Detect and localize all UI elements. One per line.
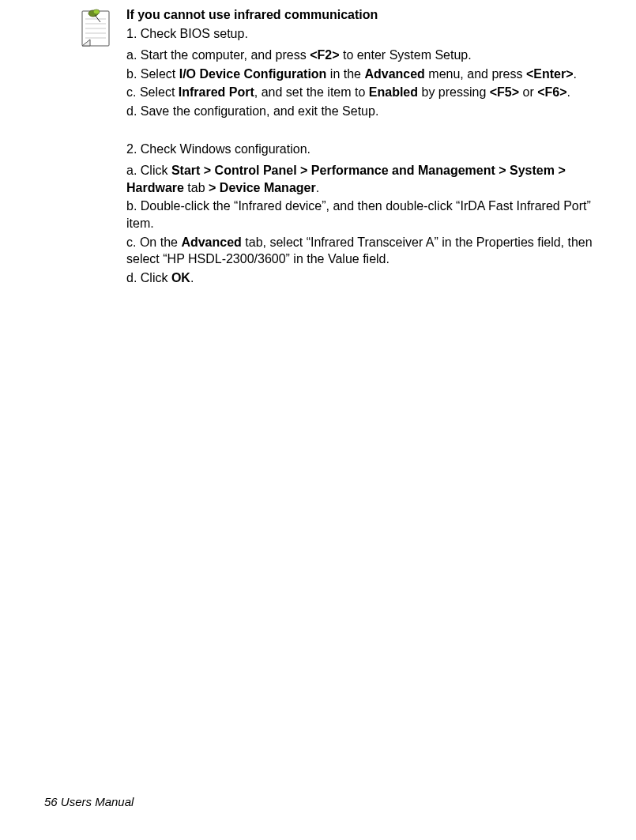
step-2a: a. Click Start > Control Panel > Perform… <box>126 162 612 196</box>
text: a. Start the computer, and press <box>126 48 310 62</box>
text: tab <box>184 181 209 194</box>
text: b. Select <box>126 67 179 81</box>
step-1c: c. Select Infrared Port, and set the ite… <box>126 84 612 101</box>
enabled: Enabled <box>369 85 418 99</box>
notepad-icon <box>79 8 114 52</box>
ok-button-text: OK <box>171 271 190 284</box>
text: in the <box>326 67 364 81</box>
device-manager: > Device Manager <box>209 181 316 194</box>
text: , and set the item to <box>254 85 369 99</box>
step-2d: d. Click OK. <box>126 269 612 287</box>
key-enter: <Enter> <box>526 67 574 81</box>
advanced-menu: Advanced <box>364 67 424 81</box>
text: c. Select <box>126 85 179 99</box>
text: . <box>316 181 319 194</box>
text: . <box>574 67 577 81</box>
step-2b: b. Double-click the “Infrared device”, a… <box>126 198 612 232</box>
step-1d: d. Save the configuration, and exit the … <box>126 103 612 120</box>
page-footer: 56 Users Manual <box>44 794 134 810</box>
step-2c: c. On the Advanced tab, select “Infrared… <box>126 234 612 268</box>
step-1a: a. Start the computer, and press <F2> to… <box>126 47 612 64</box>
text: . <box>567 85 570 99</box>
svg-point-7 <box>93 9 100 14</box>
text: by pressing <box>418 85 490 99</box>
text: c. On the <box>126 235 181 249</box>
io-device-config: I/O Device Configuration <box>179 67 327 81</box>
text: or <box>519 85 537 99</box>
key-f6: <F6> <box>537 85 566 99</box>
key-f5: <F5> <box>490 85 519 99</box>
step-2-title: 2. Check Windows configuration. <box>126 141 612 158</box>
advanced-tab: Advanced <box>181 235 241 249</box>
step-1b: b. Select I/O Device Configuration in th… <box>126 66 612 83</box>
section-heading: If you cannot use infrared communication <box>126 6 612 24</box>
key-f2: <F2> <box>310 48 339 62</box>
infrared-port: Infrared Port <box>179 85 254 99</box>
text-column: If you cannot use infrared communication… <box>126 6 620 288</box>
step-1-title: 1. Check BIOS setup. <box>126 25 612 43</box>
page-content: If you cannot use infrared communication… <box>0 0 636 288</box>
text: menu, and press <box>425 67 526 81</box>
text: d. Click <box>126 271 171 284</box>
text: a. Click <box>126 164 171 177</box>
icon-column <box>79 6 126 288</box>
text: . <box>190 271 194 284</box>
text: to enter System Setup. <box>339 48 471 62</box>
